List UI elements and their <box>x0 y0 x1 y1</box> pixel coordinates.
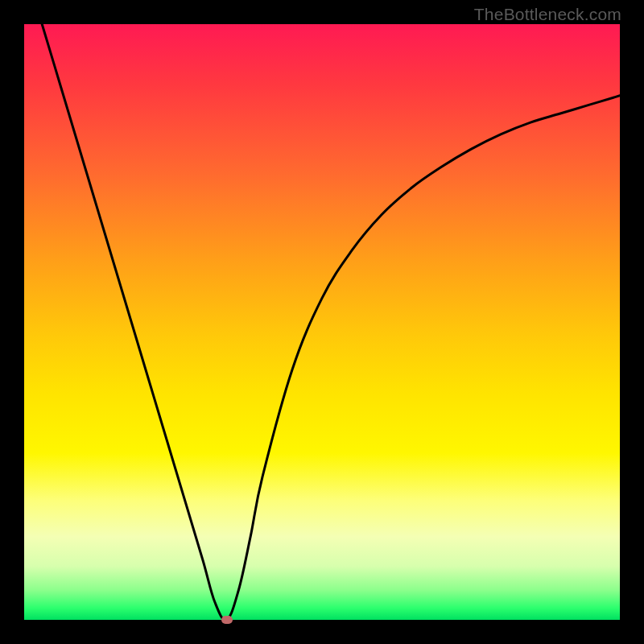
watermark-text: TheBottleneck.com <box>474 5 621 24</box>
plot-area <box>24 24 620 620</box>
chart-frame: TheBottleneck.com <box>0 0 644 644</box>
curve-svg <box>24 24 620 620</box>
bottleneck-curve <box>42 24 620 620</box>
optimal-marker <box>221 616 233 624</box>
